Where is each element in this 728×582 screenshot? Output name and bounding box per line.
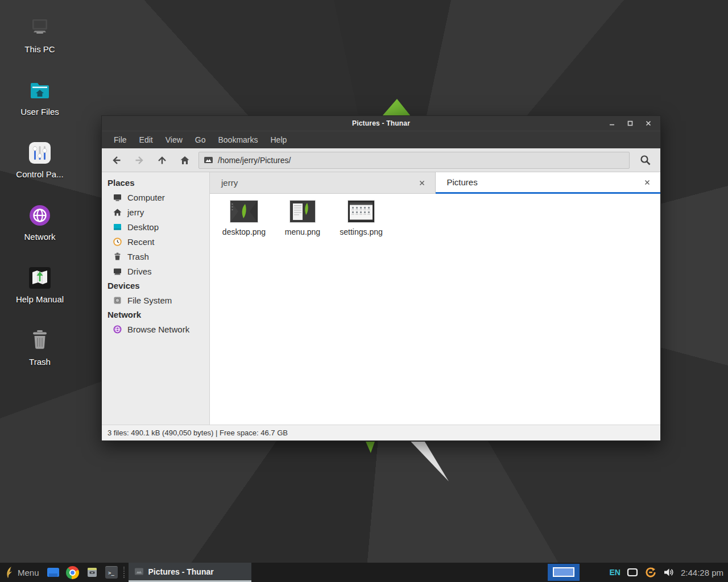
updates-tray-button[interactable] (644, 566, 657, 579)
desktop-icon-trash[interactable]: Trash (10, 327, 69, 367)
close-button[interactable] (642, 118, 655, 129)
menu-bookmarks[interactable]: Bookmarks (212, 135, 264, 144)
path-text: /home/jerry/Pictures/ (218, 156, 291, 165)
launcher-file-manager[interactable] (44, 563, 63, 582)
window-titlebar[interactable]: Pictures - Thunar (102, 116, 660, 131)
desktop-icon-label: This PC (10, 44, 69, 54)
terminal-icon: >_ (105, 566, 118, 579)
tab-close-button[interactable] (642, 177, 652, 188)
system-tray: EN 2:44:28 pm (548, 563, 728, 582)
forward-icon (134, 155, 145, 166)
search-icon (639, 154, 652, 167)
launcher-terminal[interactable]: >_ (102, 563, 121, 582)
path-field[interactable]: /home/jerry/Pictures/ (198, 152, 630, 169)
sidebar: Places Computer jerry Desktop Recent Tra… (102, 172, 210, 425)
devices-header: Devices (102, 278, 209, 293)
feather-menu-icon (5, 566, 14, 579)
file-menu-png[interactable]: menu.png (274, 201, 331, 236)
status-text: 3 files: 490.1 kB (490,050 bytes) | Free… (107, 429, 288, 437)
desktop-icon-label: User Files (10, 107, 69, 117)
desktop-icon-label: Help Manual (10, 294, 69, 304)
sidebar-item-label: Drives (127, 267, 152, 276)
sidebar-item-drives[interactable]: Drives (102, 264, 209, 278)
tab-label: Pictures (447, 177, 643, 187)
minimize-button[interactable] (606, 118, 618, 129)
sidebar-item-trash[interactable]: Trash (102, 249, 209, 264)
recent-clock-icon (113, 237, 122, 247)
sidebar-item-desktop[interactable]: Desktop (102, 219, 209, 234)
maximize-button[interactable] (624, 118, 636, 129)
clock[interactable]: 2:44:28 pm (681, 568, 723, 577)
pager-active-window (553, 567, 574, 577)
update-refresh-icon (644, 566, 657, 579)
menu-file[interactable]: File (107, 135, 133, 144)
launcher-chrome[interactable] (63, 563, 82, 582)
task-button-label: Pictures - Thunar (148, 567, 214, 576)
trash-icon (113, 252, 122, 261)
menu-button-label: Menu (18, 568, 39, 577)
desktop-icon-user-files[interactable]: User Files (10, 77, 69, 117)
menu-edit[interactable]: Edit (133, 135, 159, 144)
menu-go[interactable]: Go (189, 135, 212, 144)
menu-view[interactable]: View (159, 135, 189, 144)
launcher-file-cabinet[interactable] (82, 563, 102, 582)
up-button[interactable] (151, 151, 173, 169)
task-window-icon (134, 567, 144, 576)
desktop-icon-network[interactable]: Network (10, 202, 69, 242)
network-globe-icon (27, 202, 53, 228)
sidebar-item-browse-network[interactable]: Browse Network (102, 322, 209, 336)
menu-button[interactable]: Menu (0, 563, 44, 582)
file-system-drive-icon (113, 296, 122, 305)
task-button-thunar[interactable]: Pictures - Thunar (129, 563, 251, 582)
browse-network-globe-icon (113, 325, 122, 334)
terminal-prompt-glyph: >_ (108, 570, 114, 576)
close-icon (644, 180, 650, 185)
home-icon (113, 207, 122, 217)
tab-jerry[interactable]: jerry (210, 172, 436, 194)
trash-can-icon (27, 327, 53, 354)
desktop-icon-this-pc[interactable]: This PC (10, 15, 69, 54)
sidebar-item-label: Recent (127, 237, 155, 247)
sidebar-item-recent[interactable]: Recent (102, 234, 209, 249)
volume-tray-button[interactable] (663, 567, 675, 577)
sidebar-item-file-system[interactable]: File System (102, 293, 209, 307)
tab-close-button[interactable] (417, 178, 427, 188)
close-icon (645, 120, 652, 127)
sidebar-item-jerry[interactable]: jerry (102, 205, 209, 219)
tab-bar: jerry Pictures (210, 172, 660, 194)
sidebar-item-label: Desktop (127, 222, 159, 232)
help-manual-icon (27, 265, 53, 291)
sidebar-item-computer[interactable]: Computer (102, 190, 209, 205)
image-file-icon (204, 156, 213, 164)
menu-help[interactable]: Help (264, 135, 293, 144)
network-header: Network (102, 307, 209, 322)
home-button[interactable] (173, 151, 196, 169)
menu-png-thumbnail (290, 201, 315, 222)
taskbar: Menu >_ Pictures - Thunar (0, 563, 728, 582)
desktop-icon-control-panel[interactable]: Control Pa... (10, 140, 69, 179)
back-button[interactable] (105, 151, 128, 169)
file-name: menu.png (274, 227, 331, 236)
forward-button[interactable] (128, 151, 151, 169)
control-panel-icon (27, 140, 53, 166)
toolbar: /home/jerry/Pictures/ (102, 148, 660, 172)
file-settings-png[interactable]: settings.png (333, 201, 390, 236)
tab-label: jerry (221, 178, 417, 188)
desktop-icon-help-manual[interactable]: Help Manual (10, 265, 69, 304)
chrome-icon (66, 566, 79, 579)
language-indicator[interactable]: EN (609, 568, 620, 577)
workspace-pager[interactable] (548, 564, 580, 581)
panel-separator[interactable] (123, 567, 127, 578)
search-button[interactable] (634, 151, 657, 169)
file-desktop-png[interactable]: desktop.png (216, 201, 272, 236)
language-label: EN (609, 568, 620, 577)
tab-pictures[interactable]: Pictures (436, 172, 661, 194)
speaker-icon (663, 567, 675, 577)
display-icon (627, 568, 638, 577)
back-icon (111, 155, 122, 166)
sidebar-item-label: File System (127, 296, 172, 305)
display-tray-button[interactable] (627, 568, 638, 577)
desktop-icon (113, 222, 122, 232)
sidebar-item-label: jerry (127, 207, 144, 217)
file-list: desktop.png menu.png (210, 194, 660, 425)
